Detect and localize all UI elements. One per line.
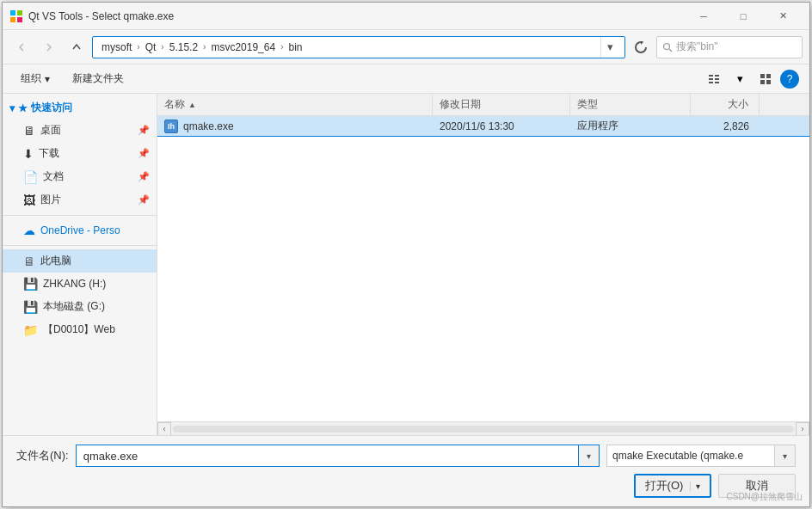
app-icon — [9, 9, 23, 23]
hscroll-left-button[interactable]: ‹ — [157, 422, 171, 436]
pin-icon: 📌 — [138, 125, 150, 136]
search-box[interactable]: 搜索"bin" — [656, 36, 803, 58]
dialog-title: Qt VS Tools - Select qmake.exe — [28, 10, 684, 22]
addr-seg-bin[interactable]: bin — [285, 40, 305, 55]
download-folder-icon: ⬇ — [23, 147, 34, 161]
watermark: CSDN@拉煞爬雪山 — [727, 491, 803, 503]
svg-rect-8 — [709, 78, 713, 80]
col-header-date[interactable]: 修改日期 — [433, 94, 570, 115]
open-button[interactable]: 打开(O) ▾ — [634, 474, 711, 498]
svg-rect-1 — [17, 10, 22, 15]
svg-rect-9 — [715, 78, 719, 80]
view-large-button[interactable] — [754, 69, 777, 89]
col-header-name[interactable]: 名称 ▲ — [157, 94, 433, 115]
forward-button[interactable] — [37, 36, 61, 58]
svg-rect-3 — [17, 17, 22, 22]
cloud-icon: ☁ — [23, 224, 35, 237]
svg-rect-7 — [715, 75, 719, 77]
organize-arrow-icon: ▾ — [45, 73, 50, 85]
svg-rect-10 — [709, 82, 713, 83]
pin-icon-4: 📌 — [138, 194, 150, 205]
sidebar: ▾ ★ 快速访问 🖥 桌面 📌 ⬇ 下载 📌 📄 文档 📌 — [3, 94, 157, 435]
addr-seg-qt[interactable]: Qt — [142, 40, 160, 55]
file-type-cell: 应用程序 — [570, 116, 691, 136]
sidebar-item-documents[interactable]: 📄 文档 📌 — [3, 165, 157, 188]
close-button[interactable]: ✕ — [763, 3, 803, 30]
sidebar-divider-1 — [3, 215, 157, 216]
pictures-folder-icon: 🖼 — [23, 193, 35, 207]
nav-toolbar: mysoft › Qt › 5.15.2 › msvc2019_64 › bin… — [3, 30, 809, 64]
documents-folder-icon: 📄 — [23, 170, 38, 184]
filename-label: 文件名(N): — [16, 448, 69, 463]
file-date-cell: 2020/11/6 13:30 — [433, 116, 570, 136]
action-row: 打开(O) ▾ 取消 — [16, 474, 796, 498]
refresh-button[interactable] — [629, 36, 653, 58]
file-list-header: 名称 ▲ 修改日期 类型 大小 — [157, 94, 809, 116]
dialog-window: Qt VS Tools - Select qmake.exe ─ □ ✕ mys… — [2, 2, 810, 507]
sidebar-item-pictures[interactable]: 🖼 图片 📌 — [3, 188, 157, 212]
pin-icon-2: 📌 — [138, 148, 150, 159]
sort-arrow-icon: ▲ — [188, 101, 196, 109]
svg-rect-13 — [766, 74, 771, 78]
search-placeholder: 搜索"bin" — [676, 40, 718, 54]
sidebar-item-thispc[interactable]: 🖥 此电脑 — [3, 249, 157, 273]
view-list-button[interactable] — [703, 69, 725, 89]
file-size-cell: 2,826 — [691, 116, 760, 136]
filename-dropdown-button[interactable]: ▾ — [579, 445, 600, 467]
file-list-body: Ih qmake.exe 2020/11/6 13:30 应用程序 2,826 — [157, 116, 809, 421]
filename-row: 文件名(N): ▾ qmake Executable (qmake.e ▾ — [16, 445, 796, 467]
addr-seg-mysoft[interactable]: mysoft — [98, 40, 135, 55]
help-button[interactable]: ? — [780, 70, 799, 89]
addr-seg-version[interactable]: 5.15.2 — [166, 40, 201, 55]
sidebar-item-desktop[interactable]: 🖥 桌面 📌 — [3, 119, 157, 142]
window-controls: ─ □ ✕ — [684, 3, 803, 30]
folder-yellow-icon: 📁 — [23, 323, 38, 337]
search-icon — [662, 42, 673, 52]
filetype-select-wrap: qmake Executable (qmake.e ▾ — [606, 445, 796, 467]
svg-rect-12 — [760, 74, 765, 78]
svg-rect-2 — [10, 17, 15, 22]
back-button[interactable] — [9, 36, 34, 58]
filename-input[interactable] — [76, 445, 579, 467]
bottom-area: 文件名(N): ▾ qmake Executable (qmake.e ▾ 打开… — [3, 435, 809, 506]
new-folder-button[interactable]: 新建文件夹 — [65, 69, 132, 89]
table-row[interactable]: Ih qmake.exe 2020/11/6 13:30 应用程序 2,826 — [157, 116, 809, 137]
hscroll-track[interactable] — [173, 426, 794, 432]
main-area: ▾ ★ 快速访问 🖥 桌面 📌 ⬇ 下载 📌 📄 文档 📌 — [3, 94, 809, 435]
file-name-cell: Ih qmake.exe — [157, 116, 433, 136]
sidebar-divider-2 — [3, 245, 157, 246]
minimize-button[interactable]: ─ — [684, 3, 723, 30]
col-header-size[interactable]: 大小 — [691, 94, 760, 115]
exe-file-icon: Ih — [164, 120, 178, 133]
organize-button[interactable]: 组织 ▾ — [13, 69, 58, 89]
address-dropdown-button[interactable]: ▾ — [600, 36, 619, 58]
svg-rect-6 — [709, 75, 713, 77]
computer-icon: 🖥 — [23, 254, 35, 268]
svg-rect-0 — [10, 10, 15, 15]
filename-input-wrap: ▾ — [76, 445, 600, 467]
address-segments: mysoft › Qt › 5.15.2 › msvc2019_64 › bin — [98, 40, 306, 55]
filetype-display: qmake Executable (qmake.e — [606, 445, 775, 467]
sidebar-item-onedrive[interactable]: ☁ OneDrive - Perso — [3, 219, 157, 242]
folder-icon: 🖥 — [23, 124, 35, 138]
view-controls: ▾ ? — [703, 69, 799, 89]
action-toolbar: 组织 ▾ 新建文件夹 ▾ — [3, 64, 809, 94]
quick-access-section: ▾ ★ 快速访问 🖥 桌面 📌 ⬇ 下载 📌 📄 文档 📌 — [3, 97, 157, 212]
up-button[interactable] — [65, 36, 89, 58]
view-dropdown-button[interactable]: ▾ — [729, 69, 751, 89]
chevron-down-icon: ▾ — [9, 102, 15, 114]
open-dropdown-icon: ▾ — [690, 481, 700, 491]
quick-access-header[interactable]: ▾ ★ 快速访问 — [3, 97, 157, 119]
svg-line-5 — [669, 49, 672, 52]
sidebar-item-d0010[interactable]: 📁 【D0010】Web — [3, 318, 157, 341]
col-header-type[interactable]: 类型 — [570, 94, 691, 115]
addr-seg-msvc[interactable]: msvc2019_64 — [207, 40, 279, 55]
filetype-dropdown-button[interactable]: ▾ — [775, 445, 796, 467]
address-bar[interactable]: mysoft › Qt › 5.15.2 › msvc2019_64 › bin… — [92, 36, 625, 58]
hscroll-right-button[interactable]: › — [796, 422, 809, 436]
sidebar-item-drive-g[interactable]: 💾 本地磁盘 (G:) — [3, 295, 157, 318]
maximize-button[interactable]: □ — [723, 3, 763, 30]
sidebar-item-downloads[interactable]: ⬇ 下载 📌 — [3, 142, 157, 165]
drive-h-icon: 💾 — [23, 277, 38, 291]
sidebar-item-drive-h[interactable]: 💾 ZHKANG (H:) — [3, 273, 157, 295]
